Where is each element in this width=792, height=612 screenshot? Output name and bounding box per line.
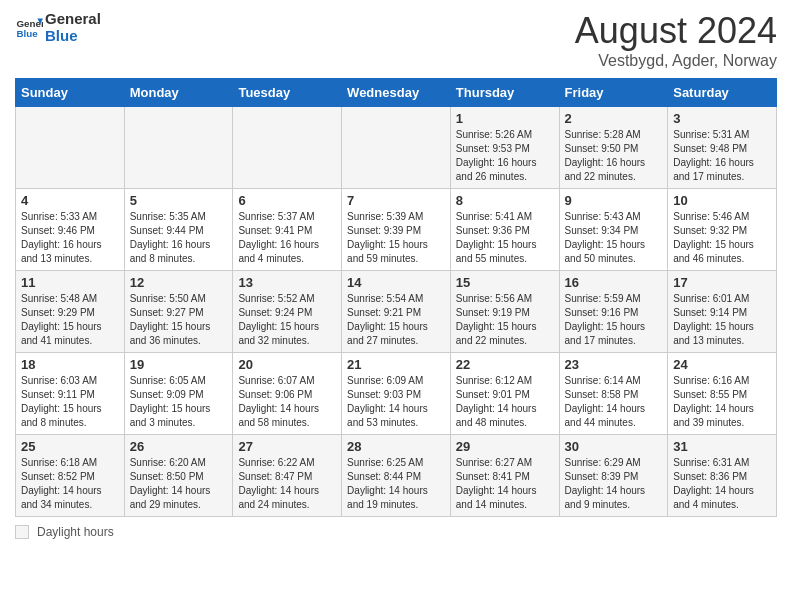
day-number: 11 — [21, 275, 119, 290]
day-info: Sunrise: 5:54 AM Sunset: 9:21 PM Dayligh… — [347, 292, 445, 348]
day-info: Sunrise: 6:09 AM Sunset: 9:03 PM Dayligh… — [347, 374, 445, 430]
table-row: 18Sunrise: 6:03 AM Sunset: 9:11 PM Dayli… — [16, 353, 125, 435]
logo: General Blue General Blue — [15, 10, 101, 44]
table-row: 30Sunrise: 6:29 AM Sunset: 8:39 PM Dayli… — [559, 435, 668, 517]
day-info: Sunrise: 5:46 AM Sunset: 9:32 PM Dayligh… — [673, 210, 771, 266]
table-row: 24Sunrise: 6:16 AM Sunset: 8:55 PM Dayli… — [668, 353, 777, 435]
day-info: Sunrise: 5:26 AM Sunset: 9:53 PM Dayligh… — [456, 128, 554, 184]
day-info: Sunrise: 6:27 AM Sunset: 8:41 PM Dayligh… — [456, 456, 554, 512]
table-row: 23Sunrise: 6:14 AM Sunset: 8:58 PM Dayli… — [559, 353, 668, 435]
table-row: 15Sunrise: 5:56 AM Sunset: 9:19 PM Dayli… — [450, 271, 559, 353]
day-info: Sunrise: 5:33 AM Sunset: 9:46 PM Dayligh… — [21, 210, 119, 266]
col-header-monday: Monday — [124, 79, 233, 107]
svg-text:Blue: Blue — [16, 28, 38, 39]
col-header-friday: Friday — [559, 79, 668, 107]
table-row: 21Sunrise: 6:09 AM Sunset: 9:03 PM Dayli… — [342, 353, 451, 435]
table-row: 11Sunrise: 5:48 AM Sunset: 9:29 PM Dayli… — [16, 271, 125, 353]
table-row — [342, 107, 451, 189]
table-row: 2Sunrise: 5:28 AM Sunset: 9:50 PM Daylig… — [559, 107, 668, 189]
day-number: 12 — [130, 275, 228, 290]
day-info: Sunrise: 5:43 AM Sunset: 9:34 PM Dayligh… — [565, 210, 663, 266]
day-number: 17 — [673, 275, 771, 290]
day-info: Sunrise: 6:25 AM Sunset: 8:44 PM Dayligh… — [347, 456, 445, 512]
day-number: 3 — [673, 111, 771, 126]
table-row — [124, 107, 233, 189]
col-header-saturday: Saturday — [668, 79, 777, 107]
day-info: Sunrise: 6:20 AM Sunset: 8:50 PM Dayligh… — [130, 456, 228, 512]
day-number: 9 — [565, 193, 663, 208]
table-row: 26Sunrise: 6:20 AM Sunset: 8:50 PM Dayli… — [124, 435, 233, 517]
day-info: Sunrise: 5:28 AM Sunset: 9:50 PM Dayligh… — [565, 128, 663, 184]
main-title: August 2024 — [575, 10, 777, 52]
day-info: Sunrise: 5:59 AM Sunset: 9:16 PM Dayligh… — [565, 292, 663, 348]
table-row: 20Sunrise: 6:07 AM Sunset: 9:06 PM Dayli… — [233, 353, 342, 435]
day-info: Sunrise: 5:56 AM Sunset: 9:19 PM Dayligh… — [456, 292, 554, 348]
day-number: 21 — [347, 357, 445, 372]
col-header-tuesday: Tuesday — [233, 79, 342, 107]
day-number: 30 — [565, 439, 663, 454]
day-number: 29 — [456, 439, 554, 454]
table-row: 3Sunrise: 5:31 AM Sunset: 9:48 PM Daylig… — [668, 107, 777, 189]
table-row: 13Sunrise: 5:52 AM Sunset: 9:24 PM Dayli… — [233, 271, 342, 353]
day-info: Sunrise: 5:48 AM Sunset: 9:29 PM Dayligh… — [21, 292, 119, 348]
day-info: Sunrise: 5:41 AM Sunset: 9:36 PM Dayligh… — [456, 210, 554, 266]
day-info: Sunrise: 6:01 AM Sunset: 9:14 PM Dayligh… — [673, 292, 771, 348]
day-number: 7 — [347, 193, 445, 208]
calendar-table: SundayMondayTuesdayWednesdayThursdayFrid… — [15, 78, 777, 517]
table-row: 4Sunrise: 5:33 AM Sunset: 9:46 PM Daylig… — [16, 189, 125, 271]
day-number: 14 — [347, 275, 445, 290]
day-number: 27 — [238, 439, 336, 454]
table-row: 8Sunrise: 5:41 AM Sunset: 9:36 PM Daylig… — [450, 189, 559, 271]
day-info: Sunrise: 6:14 AM Sunset: 8:58 PM Dayligh… — [565, 374, 663, 430]
day-number: 16 — [565, 275, 663, 290]
day-number: 20 — [238, 357, 336, 372]
day-number: 18 — [21, 357, 119, 372]
subtitle: Vestbygd, Agder, Norway — [575, 52, 777, 70]
day-info: Sunrise: 5:37 AM Sunset: 9:41 PM Dayligh… — [238, 210, 336, 266]
logo-line2: Blue — [45, 27, 101, 44]
table-row: 29Sunrise: 6:27 AM Sunset: 8:41 PM Dayli… — [450, 435, 559, 517]
table-row — [233, 107, 342, 189]
table-row: 14Sunrise: 5:54 AM Sunset: 9:21 PM Dayli… — [342, 271, 451, 353]
table-row: 25Sunrise: 6:18 AM Sunset: 8:52 PM Dayli… — [16, 435, 125, 517]
table-row: 12Sunrise: 5:50 AM Sunset: 9:27 PM Dayli… — [124, 271, 233, 353]
day-number: 23 — [565, 357, 663, 372]
day-number: 31 — [673, 439, 771, 454]
day-number: 2 — [565, 111, 663, 126]
table-row: 5Sunrise: 5:35 AM Sunset: 9:44 PM Daylig… — [124, 189, 233, 271]
day-number: 10 — [673, 193, 771, 208]
table-row: 31Sunrise: 6:31 AM Sunset: 8:36 PM Dayli… — [668, 435, 777, 517]
col-header-thursday: Thursday — [450, 79, 559, 107]
table-row: 28Sunrise: 6:25 AM Sunset: 8:44 PM Dayli… — [342, 435, 451, 517]
day-info: Sunrise: 6:05 AM Sunset: 9:09 PM Dayligh… — [130, 374, 228, 430]
day-number: 25 — [21, 439, 119, 454]
day-info: Sunrise: 6:07 AM Sunset: 9:06 PM Dayligh… — [238, 374, 336, 430]
table-row: 1Sunrise: 5:26 AM Sunset: 9:53 PM Daylig… — [450, 107, 559, 189]
day-info: Sunrise: 6:16 AM Sunset: 8:55 PM Dayligh… — [673, 374, 771, 430]
table-row: 9Sunrise: 5:43 AM Sunset: 9:34 PM Daylig… — [559, 189, 668, 271]
table-row: 27Sunrise: 6:22 AM Sunset: 8:47 PM Dayli… — [233, 435, 342, 517]
table-row: 19Sunrise: 6:05 AM Sunset: 9:09 PM Dayli… — [124, 353, 233, 435]
day-info: Sunrise: 5:35 AM Sunset: 9:44 PM Dayligh… — [130, 210, 228, 266]
day-number: 8 — [456, 193, 554, 208]
day-number: 15 — [456, 275, 554, 290]
table-row: 6Sunrise: 5:37 AM Sunset: 9:41 PM Daylig… — [233, 189, 342, 271]
day-number: 24 — [673, 357, 771, 372]
footer: Daylight hours — [15, 525, 777, 539]
table-row: 16Sunrise: 5:59 AM Sunset: 9:16 PM Dayli… — [559, 271, 668, 353]
day-info: Sunrise: 5:31 AM Sunset: 9:48 PM Dayligh… — [673, 128, 771, 184]
day-info: Sunrise: 5:52 AM Sunset: 9:24 PM Dayligh… — [238, 292, 336, 348]
day-info: Sunrise: 6:29 AM Sunset: 8:39 PM Dayligh… — [565, 456, 663, 512]
day-number: 22 — [456, 357, 554, 372]
day-number: 26 — [130, 439, 228, 454]
day-number: 19 — [130, 357, 228, 372]
day-number: 1 — [456, 111, 554, 126]
day-info: Sunrise: 5:50 AM Sunset: 9:27 PM Dayligh… — [130, 292, 228, 348]
day-number: 5 — [130, 193, 228, 208]
day-info: Sunrise: 6:12 AM Sunset: 9:01 PM Dayligh… — [456, 374, 554, 430]
day-number: 6 — [238, 193, 336, 208]
day-number: 13 — [238, 275, 336, 290]
daylight-box-icon — [15, 525, 29, 539]
table-row: 22Sunrise: 6:12 AM Sunset: 9:01 PM Dayli… — [450, 353, 559, 435]
day-number: 28 — [347, 439, 445, 454]
